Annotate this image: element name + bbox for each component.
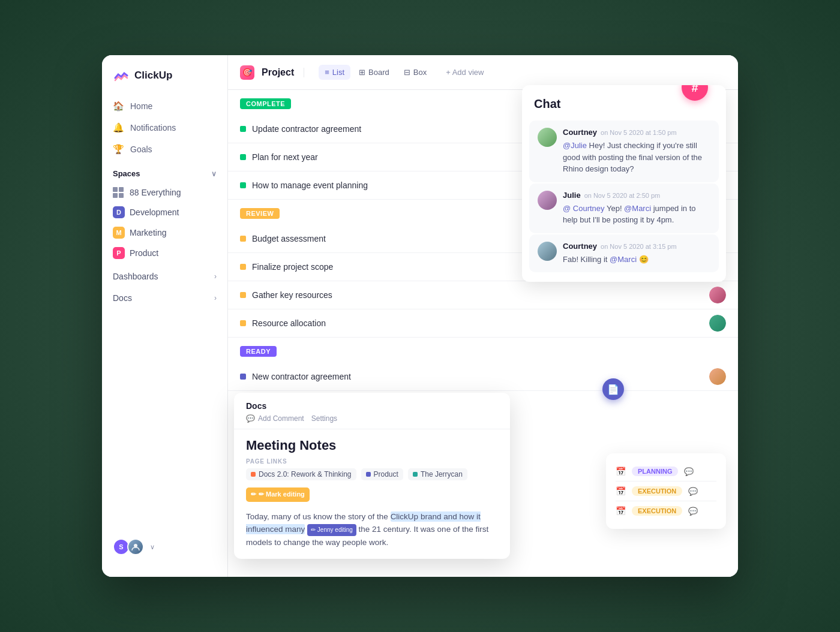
chat-header: Courtney on Nov 5 2020 at 3:15 pm xyxy=(563,242,710,251)
view-tabs: ≡ List ⊞ Board ⊟ Box xyxy=(319,65,433,80)
avatar xyxy=(709,287,726,303)
user-menu-chevron-icon[interactable]: ∨ xyxy=(150,543,155,551)
settings-label: Settings xyxy=(311,414,337,423)
dashboards-label: Dashboards xyxy=(113,272,158,281)
tab-board-label: Board xyxy=(368,68,389,77)
chat-bubble-icon: 💬 xyxy=(684,467,694,476)
review-badge: REVIEW xyxy=(240,208,280,219)
task-status-dot xyxy=(240,374,246,380)
chat-messages: Courtney on Nov 5 2020 at 1:50 pm @Julie… xyxy=(522,121,726,282)
docs-body-text: Today, many of us know the story of the … xyxy=(246,510,498,549)
project-icon: 🎯 xyxy=(240,65,254,80)
chat-timestamp: on Nov 5 2020 at 1:50 pm xyxy=(601,129,677,136)
spaces-label: Spaces xyxy=(113,169,140,178)
tags-panel: 📅 PLANNING 💬 📅 EXECUTION 💬 📅 EXECUTION 💬 xyxy=(606,453,726,529)
chat-avatar-courtney xyxy=(538,128,557,147)
avatar xyxy=(709,368,726,385)
product-badge: P xyxy=(113,247,125,259)
goals-label: Goals xyxy=(130,145,152,154)
marketing-badge: M xyxy=(113,227,125,239)
chat-username: Julie xyxy=(563,191,581,200)
sidebar-nav: 🏠 Home 🔔 Notifications 🏆 Goals xyxy=(102,96,227,159)
assignee-avatar xyxy=(709,315,726,332)
sidebar-item-everything[interactable]: 88 Everything xyxy=(102,183,227,202)
task-status-dot xyxy=(240,154,246,160)
development-badge: D xyxy=(113,206,125,218)
ready-badge: READY xyxy=(240,346,277,357)
tab-box-label: Box xyxy=(413,68,427,77)
tab-list-label: List xyxy=(332,68,344,77)
sidebar: ClickUp 🏠 Home 🔔 Notifications 🏆 Goals S… xyxy=(102,55,228,577)
add-view-button[interactable]: + Add view xyxy=(440,65,490,80)
chat-bubble-icon: 💬 xyxy=(688,487,698,496)
task-name: Resource allocation xyxy=(252,318,703,328)
chat-header: Julie on Nov 5 2020 at 2:50 pm xyxy=(563,191,710,200)
grid-icon xyxy=(113,187,124,198)
page-links-label: PAGE LINKS xyxy=(246,458,498,465)
chat-avatar-julie xyxy=(538,191,557,210)
calendar-icon: 📅 xyxy=(616,486,626,496)
add-view-label: + Add view xyxy=(446,68,484,77)
sidebar-item-dashboards[interactable]: Dashboards › xyxy=(102,263,227,285)
jenny-editing-badge: ✏ Jenny editing xyxy=(307,524,356,536)
task-name: Gather key resources xyxy=(252,290,703,300)
page-links: Docs 2.0: Rework & Thinking Product The … xyxy=(246,468,498,480)
page-link-label: The Jerrycan xyxy=(421,470,463,478)
add-comment-button[interactable]: 💬 Add Comment xyxy=(246,414,304,423)
add-comment-label: Add Comment xyxy=(258,414,304,423)
sidebar-item-home[interactable]: 🏠 Home xyxy=(107,96,223,116)
bell-icon: 🔔 xyxy=(113,122,124,133)
page-link-label: Docs 2.0: Rework & Thinking xyxy=(259,470,352,478)
tab-list[interactable]: ≡ List xyxy=(319,65,350,80)
avatar xyxy=(709,315,726,332)
chat-message-1: Courtney on Nov 5 2020 at 1:50 pm @Julie… xyxy=(529,121,719,182)
settings-button[interactable]: Settings xyxy=(311,414,337,423)
chat-panel: # Chat Courtney on Nov 5 2020 at 1:50 pm… xyxy=(522,85,726,282)
box-icon: ⊟ xyxy=(404,68,410,77)
divider xyxy=(304,68,304,77)
chat-message-2: Julie on Nov 5 2020 at 2:50 pm @ Courtne… xyxy=(529,183,719,233)
task-row[interactable]: New contractor agreement xyxy=(228,363,738,391)
docs-float-icon[interactable]: 📄 xyxy=(602,378,624,400)
complete-badge: COMPLETE xyxy=(240,98,291,109)
sidebar-item-product[interactable]: P Product xyxy=(102,243,227,263)
docs-section-label: Docs xyxy=(246,401,266,411)
assignee-avatar xyxy=(709,287,726,303)
tab-board[interactable]: ⊞ Board xyxy=(353,65,395,80)
task-status-dot xyxy=(240,292,246,298)
pencil-icon: ✏ xyxy=(251,489,256,500)
tab-box[interactable]: ⊟ Box xyxy=(398,65,433,80)
tag-row-planning: 📅 PLANNING 💬 xyxy=(616,462,716,481)
marketing-label: Marketing xyxy=(130,228,166,237)
comment-icon: 💬 xyxy=(246,414,255,423)
task-row[interactable]: Resource allocation xyxy=(228,309,738,338)
mark-editing-badge: ✏ ✏ Mark editing xyxy=(246,487,310,502)
task-status-dot xyxy=(240,182,246,188)
dot-icon xyxy=(251,472,256,477)
list-icon: ≡ xyxy=(325,68,329,77)
chat-content: Courtney on Nov 5 2020 at 1:50 pm @Julie… xyxy=(563,128,710,175)
docs-header: Docs xyxy=(234,393,510,411)
page-link-product[interactable]: Product xyxy=(361,468,403,480)
sidebar-item-notifications[interactable]: 🔔 Notifications xyxy=(107,118,223,138)
task-row[interactable]: Gather key resources xyxy=(228,281,738,309)
chat-username: Courtney xyxy=(563,128,597,137)
sidebar-item-docs[interactable]: Docs › xyxy=(102,285,227,306)
chat-content: Courtney on Nov 5 2020 at 3:15 pm Fab! K… xyxy=(563,242,710,266)
trophy-icon: 🏆 xyxy=(113,144,124,155)
page-link-docs[interactable]: Docs 2.0: Rework & Thinking xyxy=(246,468,356,480)
clickup-logo-icon xyxy=(113,67,130,84)
ready-section-header: READY xyxy=(228,338,738,363)
sidebar-item-goals[interactable]: 🏆 Goals xyxy=(107,139,223,159)
sidebar-item-marketing[interactable]: M Marketing xyxy=(102,222,227,243)
tag-row-execution-2: 📅 EXECUTION 💬 xyxy=(616,501,716,520)
docs-label: Docs xyxy=(113,293,132,303)
development-label: Development xyxy=(130,207,179,217)
spaces-chevron-icon[interactable]: ∨ xyxy=(211,170,217,178)
home-icon: 🏠 xyxy=(113,101,124,112)
tag-row-execution-1: 📅 EXECUTION 💬 xyxy=(616,481,716,501)
notifications-label: Notifications xyxy=(130,123,176,133)
page-link-jerrycan[interactable]: The Jerrycan xyxy=(408,468,467,480)
sidebar-item-development[interactable]: D Development xyxy=(102,202,227,222)
svg-point-0 xyxy=(134,544,137,547)
